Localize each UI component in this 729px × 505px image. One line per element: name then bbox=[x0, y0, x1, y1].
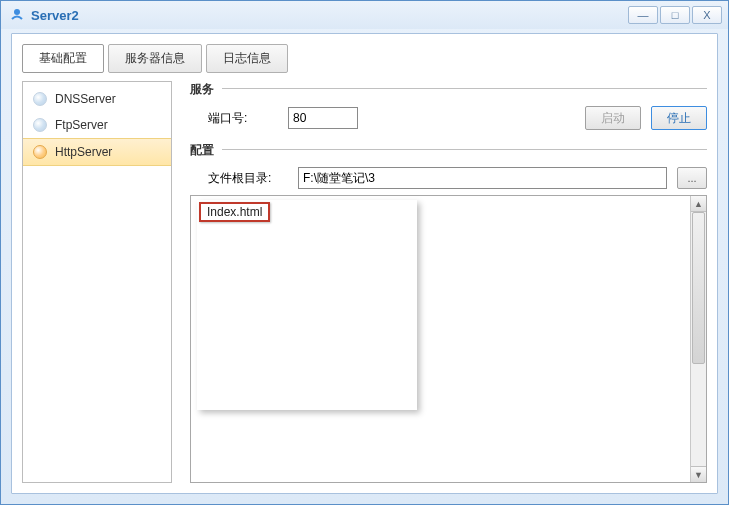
tab-server-info[interactable]: 服务器信息 bbox=[108, 44, 202, 73]
sidebar-item-label: FtpServer bbox=[55, 118, 108, 132]
stop-button[interactable]: 停止 bbox=[651, 106, 707, 130]
sidebar-item-ftpserver[interactable]: FtpServer bbox=[23, 112, 171, 138]
tabs: 基础配置 服务器信息 日志信息 bbox=[22, 44, 707, 73]
status-dot-icon bbox=[33, 92, 47, 106]
scroll-thumb[interactable] bbox=[692, 212, 705, 364]
scrollbar[interactable]: ▲ ▼ bbox=[690, 196, 706, 482]
titlebar: Server2 — □ X bbox=[1, 1, 728, 29]
svg-point-0 bbox=[14, 9, 20, 15]
port-label: 端口号: bbox=[208, 110, 278, 127]
service-title: 服务 bbox=[190, 81, 214, 98]
divider bbox=[222, 88, 707, 89]
tab-log-info[interactable]: 日志信息 bbox=[206, 44, 288, 73]
sidebar: DNSServer FtpServer HttpServer bbox=[22, 81, 172, 483]
status-dot-icon bbox=[33, 145, 47, 159]
scroll-track[interactable] bbox=[691, 212, 706, 466]
browse-button[interactable]: ... bbox=[677, 167, 707, 189]
root-dir-input[interactable] bbox=[298, 167, 667, 189]
sidebar-item-label: DNSServer bbox=[55, 92, 116, 106]
start-button[interactable]: 启动 bbox=[585, 106, 641, 130]
maximize-button[interactable]: □ bbox=[660, 6, 690, 24]
tab-basic[interactable]: 基础配置 bbox=[22, 44, 104, 73]
sidebar-item-dnsserver[interactable]: DNSServer bbox=[23, 86, 171, 112]
divider bbox=[222, 149, 707, 150]
main-area: DNSServer FtpServer HttpServer 服务 bbox=[22, 81, 707, 483]
config-title: 配置 bbox=[190, 142, 214, 159]
sidebar-item-label: HttpServer bbox=[55, 145, 112, 159]
config-group: 配置 文件根目录: ... Index.html bbox=[190, 142, 707, 483]
file-list[interactable]: Index.html bbox=[191, 196, 690, 482]
app-window: Server2 — □ X 基础配置 服务器信息 日志信息 DNSServer … bbox=[0, 0, 729, 505]
root-dir-label: 文件根目录: bbox=[208, 170, 288, 187]
scroll-up-button[interactable]: ▲ bbox=[691, 196, 706, 212]
close-button[interactable]: X bbox=[692, 6, 722, 24]
minimize-button[interactable]: — bbox=[628, 6, 658, 24]
port-input[interactable] bbox=[288, 107, 358, 129]
service-group: 服务 端口号: 启动 停止 bbox=[190, 81, 707, 130]
scroll-down-button[interactable]: ▼ bbox=[691, 466, 706, 482]
window-title: Server2 bbox=[31, 8, 79, 23]
right-pane: 服务 端口号: 启动 停止 配置 bbox=[190, 81, 707, 483]
sidebar-item-httpserver[interactable]: HttpServer bbox=[23, 138, 171, 166]
file-list-container: Index.html ▲ ▼ bbox=[190, 195, 707, 483]
content-frame: 基础配置 服务器信息 日志信息 DNSServer FtpServer Http… bbox=[11, 33, 718, 494]
status-dot-icon bbox=[33, 118, 47, 132]
file-item-index[interactable]: Index.html bbox=[199, 202, 270, 222]
shadow-decoration bbox=[197, 200, 417, 410]
app-icon bbox=[9, 7, 25, 23]
